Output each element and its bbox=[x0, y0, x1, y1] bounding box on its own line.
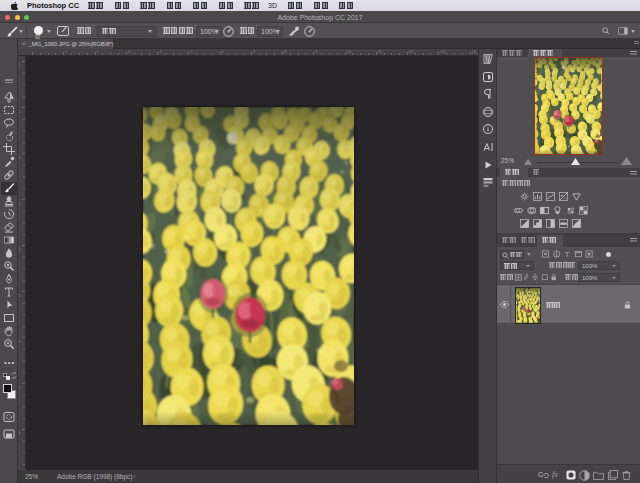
svg-text:T: T bbox=[565, 250, 570, 258]
